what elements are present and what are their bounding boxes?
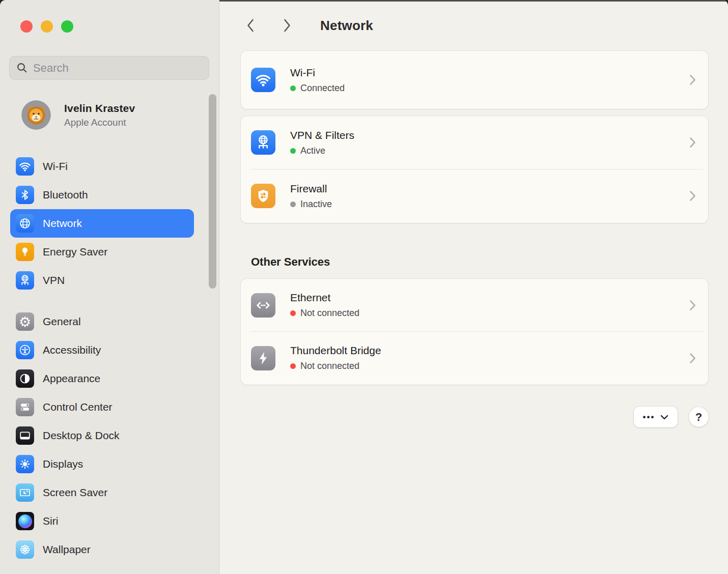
service-title: Ethernet: [290, 292, 359, 304]
sidebar-item-label: General: [43, 315, 81, 328]
sidebar-item-label: Accessibility: [43, 344, 101, 356]
sidebar-item-desktop-dock[interactable]: Desktop & Dock: [10, 421, 194, 450]
bluetooth-icon: [16, 186, 34, 204]
status-dot: [290, 202, 296, 207]
sidebar-item-label: Appearance: [43, 372, 100, 385]
vpn-globe-icon: [251, 130, 275, 155]
chevron-down-icon: [660, 415, 668, 420]
accessibility-icon: [16, 341, 34, 359]
sidebar-item-wallpaper[interactable]: Wallpaper: [10, 535, 194, 564]
desktop-window-icon: [16, 426, 34, 445]
sidebar-nav: Wi-Fi Bluetooth Networ: [10, 152, 194, 564]
sidebar-item-vpn[interactable]: VPN: [10, 266, 194, 295]
lion-memoji-icon: [21, 100, 51, 130]
sidebar-item-siri[interactable]: Siri: [10, 507, 194, 535]
vpn-firewall-card: VPN & Filters Active: [241, 116, 708, 223]
thunderbolt-icon: [251, 346, 275, 370]
sidebar-item-accessibility[interactable]: Accessibility: [10, 336, 194, 364]
vpn-filters-row[interactable]: VPN & Filters Active: [241, 116, 708, 169]
account-subtitle: Apple Account: [64, 117, 135, 128]
vpn-globe-icon: [16, 271, 34, 290]
chevron-left-icon: [245, 18, 256, 33]
sidebar-group-divider: [10, 295, 194, 307]
sidebar-item-label: Desktop & Dock: [43, 429, 120, 442]
sidebar-item-energy-saver[interactable]: Energy Saver: [10, 238, 194, 266]
sidebar-item-general[interactable]: ⚙ General: [10, 307, 194, 336]
chevron-right-icon: [282, 18, 292, 33]
status-dot: [290, 148, 296, 154]
status-label: Not connected: [300, 361, 359, 371]
wifi-row[interactable]: Wi-Fi Connected: [241, 51, 708, 109]
sidebar-item-label: Network: [43, 217, 82, 229]
service-title: Wi-Fi: [290, 67, 345, 79]
lightbulb-icon: [16, 243, 34, 261]
sidebar-item-label: Displays: [43, 458, 83, 470]
siri-orb-icon: [16, 512, 34, 530]
flower-icon: [16, 540, 34, 559]
chevron-right-icon: [689, 74, 696, 85]
sidebar-item-screen-saver[interactable]: Screen Saver: [10, 478, 194, 507]
footer-controls: ••• ?: [634, 407, 709, 427]
traffic-lights: [20, 20, 73, 33]
toggles-icon: [16, 398, 34, 416]
sidebar-item-control-center[interactable]: Control Center: [10, 393, 194, 421]
status-label: Not connected: [300, 308, 359, 319]
wifi-icon: [251, 68, 275, 92]
back-button[interactable]: [242, 15, 259, 36]
screensaver-icon: [16, 483, 34, 502]
avatar: [21, 100, 51, 130]
system-settings-window: Ivelin Krastev Apple Account Wi-Fi: [0, 0, 728, 574]
sidebar-item-network[interactable]: Network: [10, 209, 194, 238]
search-field[interactable]: [9, 56, 209, 80]
pane-header: Network: [242, 15, 373, 36]
service-status: Active: [290, 146, 354, 156]
chevron-right-icon: [689, 137, 696, 148]
firewall-row[interactable]: Firewall Inactive: [241, 169, 708, 222]
gear-icon: ⚙: [16, 312, 34, 331]
sidebar-item-bluetooth[interactable]: Bluetooth: [10, 181, 194, 209]
service-status: Inactive: [290, 199, 332, 210]
status-dot: [290, 85, 296, 91]
sidebar-item-label: Wallpaper: [43, 543, 91, 556]
sidebar-item-label: Energy Saver: [43, 246, 107, 258]
more-options-button[interactable]: •••: [634, 407, 678, 427]
service-title: Firewall: [290, 183, 332, 195]
ethernet-icon: [251, 293, 275, 318]
other-services-card: Ethernet Not connected: [241, 279, 708, 385]
zoom-button[interactable]: [61, 20, 73, 33]
close-button[interactable]: [20, 20, 33, 33]
sidebar: Ivelin Krastev Apple Account Wi-Fi: [0, 0, 219, 574]
globe-icon: [16, 214, 34, 233]
minimize-button[interactable]: [41, 20, 53, 33]
status-label: Inactive: [300, 199, 332, 210]
sidebar-item-label: Bluetooth: [43, 189, 88, 201]
appearance-icon: [16, 369, 34, 388]
thunderbolt-bridge-row[interactable]: Thunderbolt Bridge Not connected: [241, 332, 708, 384]
service-title: VPN & Filters: [290, 129, 354, 141]
sidebar-item-label: Siri: [43, 515, 58, 527]
service-title: Thunderbolt Bridge: [290, 345, 381, 357]
ethernet-row[interactable]: Ethernet Not connected: [241, 279, 708, 331]
service-status: Connected: [290, 83, 345, 94]
sidebar-item-wifi[interactable]: Wi-Fi: [10, 152, 194, 181]
search-icon: [16, 62, 28, 74]
status-dot: [290, 310, 296, 316]
apple-account-row[interactable]: Ivelin Krastev Apple Account: [13, 98, 207, 132]
service-status: Not connected: [290, 308, 359, 319]
wifi-card: Wi-Fi Connected: [241, 51, 708, 109]
wifi-icon: [16, 157, 34, 176]
service-status: Not connected: [290, 361, 381, 371]
sidebar-scrollbar[interactable]: [209, 94, 216, 289]
sun-icon: [16, 455, 34, 473]
search-input[interactable]: [33, 62, 202, 75]
sidebar-item-displays[interactable]: Displays: [10, 450, 194, 478]
firewall-shield-icon: [251, 184, 275, 208]
page-title: Network: [320, 18, 373, 34]
ellipsis-icon: •••: [643, 412, 655, 422]
main-pane: Network Wi-Fi Connected: [219, 0, 728, 574]
chevron-right-icon: [689, 353, 696, 364]
sidebar-item-appearance[interactable]: Appearance: [10, 364, 194, 393]
sidebar-item-label: Control Center: [43, 401, 113, 413]
help-button[interactable]: ?: [689, 407, 709, 427]
forward-button[interactable]: [278, 15, 296, 36]
